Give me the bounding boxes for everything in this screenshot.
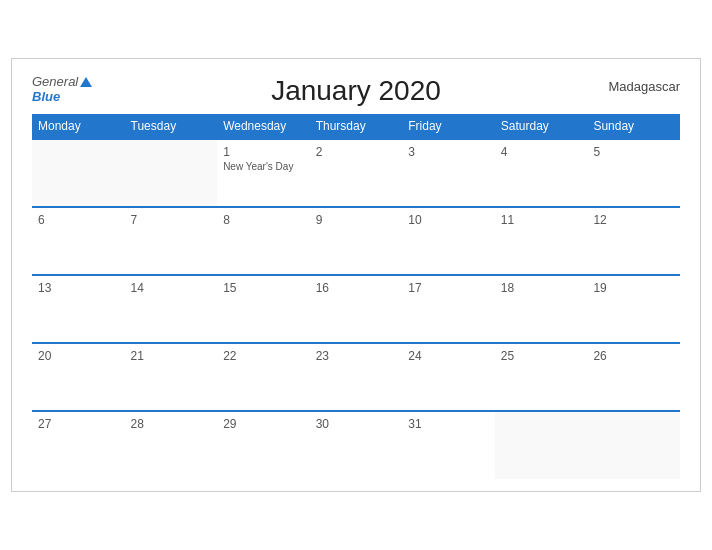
day-number: 13 <box>38 281 119 295</box>
calendar-cell <box>587 411 680 479</box>
calendar-cell: 30 <box>310 411 403 479</box>
weekday-header-saturday: Saturday <box>495 114 588 139</box>
calendar-cell: 7 <box>125 207 218 275</box>
day-number: 24 <box>408 349 489 363</box>
weekday-header-tuesday: Tuesday <box>125 114 218 139</box>
calendar-cell: 5 <box>587 139 680 207</box>
calendar-cell: 9 <box>310 207 403 275</box>
week-row-2: 6789101112 <box>32 207 680 275</box>
calendar-header: General Blue January 2020 Madagascar <box>32 75 680 104</box>
week-row-5: 2728293031 <box>32 411 680 479</box>
day-number: 3 <box>408 145 489 159</box>
calendar-country: Madagascar <box>608 79 680 94</box>
calendar-cell: 6 <box>32 207 125 275</box>
day-number: 8 <box>223 213 304 227</box>
calendar-cell: 12 <box>587 207 680 275</box>
weekday-header-thursday: Thursday <box>310 114 403 139</box>
calendar-cell: 11 <box>495 207 588 275</box>
calendar-cell: 4 <box>495 139 588 207</box>
calendar-cell: 15 <box>217 275 310 343</box>
calendar-cell: 1New Year's Day <box>217 139 310 207</box>
day-number: 1 <box>223 145 304 159</box>
day-number: 17 <box>408 281 489 295</box>
logo-general-text: General <box>32 75 78 89</box>
calendar-cell: 26 <box>587 343 680 411</box>
calendar-title: January 2020 <box>271 75 441 107</box>
day-number: 5 <box>593 145 674 159</box>
calendar-cell: 21 <box>125 343 218 411</box>
calendar-container: General Blue January 2020 Madagascar Mon… <box>11 58 701 492</box>
day-number: 7 <box>131 213 212 227</box>
day-number: 19 <box>593 281 674 295</box>
day-number: 25 <box>501 349 582 363</box>
day-number: 16 <box>316 281 397 295</box>
calendar-cell: 13 <box>32 275 125 343</box>
calendar-cell: 20 <box>32 343 125 411</box>
calendar-cell: 19 <box>587 275 680 343</box>
week-row-4: 20212223242526 <box>32 343 680 411</box>
calendar-cell: 10 <box>402 207 495 275</box>
weekday-header-sunday: Sunday <box>587 114 680 139</box>
calendar-cell: 25 <box>495 343 588 411</box>
day-number: 22 <box>223 349 304 363</box>
calendar-cell: 29 <box>217 411 310 479</box>
calendar-cell: 31 <box>402 411 495 479</box>
calendar-table: MondayTuesdayWednesdayThursdayFridaySatu… <box>32 114 680 479</box>
weekday-header-wednesday: Wednesday <box>217 114 310 139</box>
calendar-cell: 28 <box>125 411 218 479</box>
day-number: 6 <box>38 213 119 227</box>
calendar-cell: 22 <box>217 343 310 411</box>
week-row-1: 1New Year's Day2345 <box>32 139 680 207</box>
day-number: 9 <box>316 213 397 227</box>
day-number: 27 <box>38 417 119 431</box>
calendar-cell <box>495 411 588 479</box>
day-number: 31 <box>408 417 489 431</box>
logo: General Blue <box>32 75 92 104</box>
day-number: 10 <box>408 213 489 227</box>
day-number: 12 <box>593 213 674 227</box>
logo-blue-text: Blue <box>32 90 92 104</box>
weekday-header-friday: Friday <box>402 114 495 139</box>
day-number: 20 <box>38 349 119 363</box>
calendar-cell: 2 <box>310 139 403 207</box>
day-event: New Year's Day <box>223 161 304 172</box>
day-number: 18 <box>501 281 582 295</box>
day-number: 4 <box>501 145 582 159</box>
calendar-cell: 17 <box>402 275 495 343</box>
week-row-3: 13141516171819 <box>32 275 680 343</box>
calendar-cell: 27 <box>32 411 125 479</box>
day-number: 29 <box>223 417 304 431</box>
calendar-cell: 24 <box>402 343 495 411</box>
calendar-cell: 3 <box>402 139 495 207</box>
day-number: 14 <box>131 281 212 295</box>
calendar-cell: 8 <box>217 207 310 275</box>
day-number: 30 <box>316 417 397 431</box>
day-number: 2 <box>316 145 397 159</box>
day-number: 26 <box>593 349 674 363</box>
calendar-cell: 18 <box>495 275 588 343</box>
weekday-header-monday: Monday <box>32 114 125 139</box>
day-number: 23 <box>316 349 397 363</box>
day-number: 15 <box>223 281 304 295</box>
calendar-cell <box>32 139 125 207</box>
day-number: 21 <box>131 349 212 363</box>
day-number: 28 <box>131 417 212 431</box>
calendar-cell: 23 <box>310 343 403 411</box>
calendar-cell: 14 <box>125 275 218 343</box>
calendar-cell: 16 <box>310 275 403 343</box>
weekday-header-row: MondayTuesdayWednesdayThursdayFridaySatu… <box>32 114 680 139</box>
logo-triangle-icon <box>80 77 92 87</box>
calendar-cell <box>125 139 218 207</box>
day-number: 11 <box>501 213 582 227</box>
